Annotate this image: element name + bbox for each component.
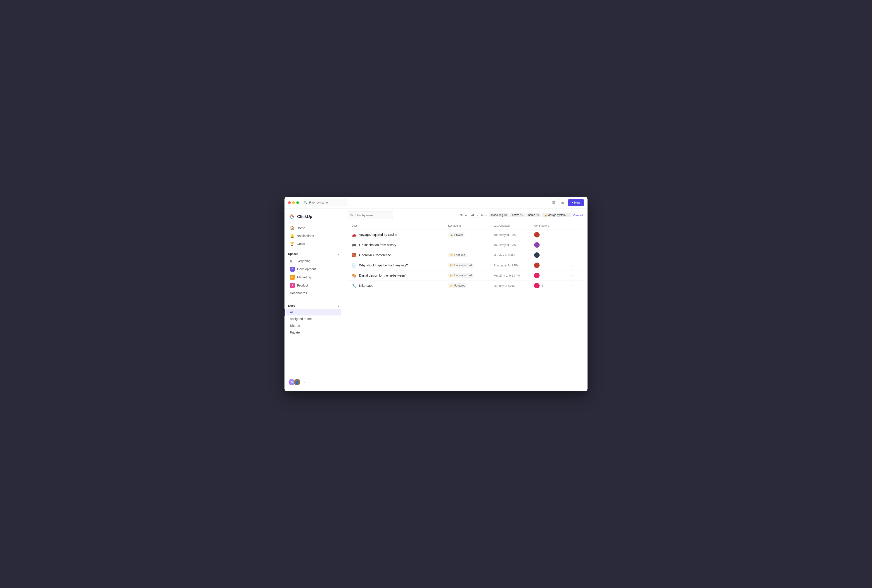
tag-design-system-count: 10: [566, 214, 569, 216]
sidebar-item-docs-all[interactable]: All: [286, 309, 341, 315]
docs-section-header: Docs ∨: [285, 301, 343, 309]
new-button[interactable]: + New: [568, 199, 584, 206]
doc-icon: 🔧: [351, 283, 357, 288]
development-label: Development: [297, 267, 316, 271]
sidebar-item-development[interactable]: D Development: [286, 265, 341, 273]
location-cell: 🔒 Private: [448, 232, 493, 237]
content-area: 🔍 Show All ▾ tags: marketing 18: [343, 208, 587, 391]
spaces-title: Spaces: [288, 252, 298, 255]
content-toolbar: 🔍 Show All ▾ tags: marketing 18: [343, 208, 587, 222]
row-more[interactable]: ···: [570, 243, 579, 247]
doc-name-cell: 📄 Why should type be fluid, anyway?: [351, 262, 448, 268]
doc-name: Nike Labs: [359, 284, 373, 288]
location-badge: 📁 Features: [448, 284, 467, 288]
spaces-chevron-icon[interactable]: ∨: [337, 252, 339, 255]
doc-name: Why should type be fluid, anyway?: [359, 264, 408, 267]
minimize-button[interactable]: [292, 201, 295, 204]
doc-name: OpenDAO Conference: [359, 253, 391, 257]
location-label: Features: [454, 284, 465, 287]
docs-title: Docs: [288, 304, 295, 308]
close-button[interactable]: [288, 201, 291, 204]
doc-icon: 📄: [351, 262, 357, 268]
more-icon[interactable]: ···: [570, 252, 575, 258]
doc-name: UX inspiration from history: [359, 243, 396, 247]
row-more[interactable]: ···: [570, 233, 579, 237]
sidebar-item-home[interactable]: 🏠 Home: [286, 224, 341, 232]
top-search-input[interactable]: [302, 199, 347, 206]
spaces-section-header: Spaces ∨: [285, 249, 343, 257]
sidebar-item-docs-private[interactable]: Private: [286, 329, 341, 336]
sidebar-item-notifications[interactable]: 🔔 Notifications: [286, 232, 341, 240]
sidebar-item-docs-assigned[interactable]: Assigned to me: [286, 315, 341, 322]
table-row[interactable]: 🎮 UX inspiration from history Thursday a…: [348, 240, 583, 250]
doc-name-cell: 🧱 OpenDAO Conference: [351, 252, 448, 258]
table-row[interactable]: 📄 Why should type be fluid, anyway? 📂 Un…: [348, 260, 583, 270]
sidebar: ClickUp 🏠 Home 🔔 Notifications 🏆 Goals S…: [285, 208, 343, 391]
folder-icon: 📂: [450, 274, 453, 277]
sidebar-item-product[interactable]: P Product: [286, 281, 341, 290]
active-indicator: [285, 309, 285, 316]
more-icon[interactable]: ···: [570, 262, 575, 268]
contributor-avatar: [534, 283, 539, 288]
app-name: ClickUp: [297, 214, 312, 219]
sidebar-item-dashboards[interactable]: Dashboards ›: [286, 290, 341, 297]
location-badge: 📁 Features: [448, 253, 467, 257]
marketing-label: Marketing: [297, 276, 311, 279]
table-row[interactable]: 🎨 Digital design for the 'in-between' 📂 …: [348, 270, 583, 280]
grid-view-button[interactable]: ⊞: [559, 199, 566, 206]
sidebar-item-docs-shared[interactable]: Shared: [286, 322, 341, 329]
tag-marketing[interactable]: marketing 18: [489, 213, 509, 218]
clickup-logo-icon: [288, 213, 295, 220]
top-search-wrap: 🔍: [302, 199, 347, 206]
maximize-button[interactable]: [296, 201, 299, 204]
logo-area: ClickUp: [285, 211, 343, 224]
location-cell: 📂 Uncategorized: [448, 263, 493, 268]
more-icon[interactable]: ···: [570, 283, 575, 288]
row-more[interactable]: ···: [570, 263, 579, 267]
tag-active[interactable]: active 15: [510, 213, 525, 218]
table-header: Docs Located In Last Updated Contributor…: [348, 222, 583, 230]
upload-icon[interactable]: ⬆: [541, 284, 544, 288]
row-more[interactable]: ···: [570, 273, 579, 278]
doc-icon: 🧱: [351, 252, 357, 258]
folder-icon: 📂: [450, 264, 453, 267]
sidebar-item-everything[interactable]: ⊞ Everything: [286, 257, 341, 265]
contributor-avatar: [534, 273, 539, 278]
home-label: Home: [297, 226, 305, 230]
more-icon[interactable]: ···: [570, 242, 575, 248]
more-icon[interactable]: ···: [570, 232, 575, 237]
location-cell: 📂 Uncategorized: [448, 273, 493, 278]
table-row[interactable]: 🧱 OpenDAO Conference 📁 Features Monday a…: [348, 250, 583, 260]
user-menu-chevron-icon[interactable]: ∨: [304, 381, 306, 384]
main-layout: ClickUp 🏠 Home 🔔 Notifications 🏆 Goals S…: [285, 208, 587, 391]
table-row[interactable]: 🚗 Voyage Acquired by Cruise 🔒 Private Th…: [348, 230, 583, 240]
location-badge: 📂 Uncategorized: [448, 273, 473, 278]
contributors-cell: ⬆: [534, 283, 570, 288]
tag-home[interactable]: home 13: [526, 213, 541, 218]
location-label: Private: [454, 233, 463, 236]
development-icon: D: [290, 267, 295, 272]
last-updated: Monday at 8 AM: [493, 254, 534, 257]
top-actions: ☰ ⊞ + New: [550, 199, 584, 206]
goals-label: Goals: [297, 242, 305, 246]
doc-name-cell: 🎨 Digital design for the 'in-between': [351, 273, 448, 278]
docs-chevron-icon[interactable]: ∨: [337, 304, 339, 308]
folder-icon: 📁: [450, 254, 453, 256]
docs-all-label: All: [290, 310, 294, 314]
toolbar-right: Show All ▾ tags: marketing 18 active: [460, 213, 583, 218]
sidebar-item-goals[interactable]: 🏆 Goals: [286, 240, 341, 248]
sidebar-item-marketing[interactable]: M Marketing: [286, 273, 341, 281]
row-more[interactable]: ···: [570, 253, 579, 257]
filter-input[interactable]: [348, 211, 393, 219]
notifications-label: Notifications: [297, 234, 314, 238]
header-actions: [570, 224, 579, 227]
list-view-button[interactable]: ☰: [550, 199, 557, 206]
view-all-link[interactable]: View all: [573, 213, 583, 217]
tag-design-system[interactable]: 🔒 design system 10: [542, 213, 571, 218]
tag-active-count: 15: [520, 214, 523, 216]
table-row[interactable]: 🔧 Nike Labs 📁 Features Monday at 8 AM ⬆: [348, 280, 583, 291]
contributors-cell: [534, 242, 570, 248]
row-more[interactable]: ···: [570, 284, 579, 288]
show-select[interactable]: All: [469, 213, 479, 218]
more-icon[interactable]: ···: [570, 273, 575, 278]
